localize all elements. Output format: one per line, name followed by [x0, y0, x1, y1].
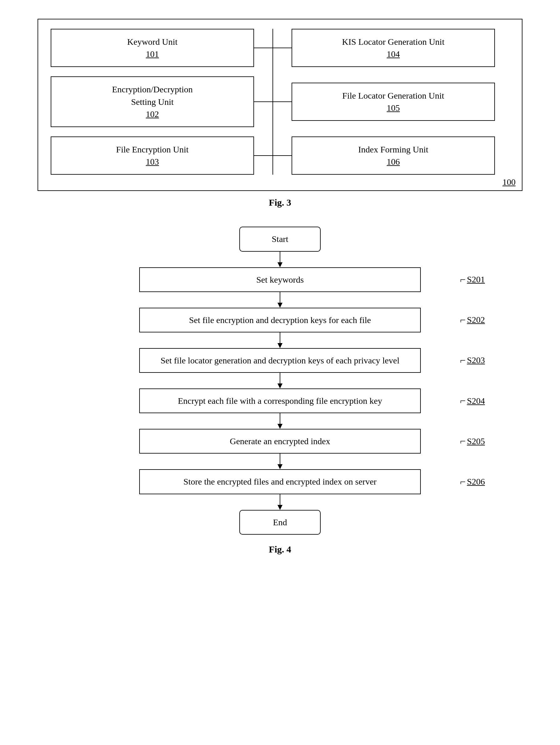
svg-marker-3	[278, 303, 282, 308]
flow-s202-box: Set file encryption and decryption keys …	[139, 308, 421, 332]
svg-marker-11	[278, 464, 282, 469]
flow-s201-label: ⌐S201	[460, 274, 485, 286]
flow-s202-label: ⌐S202	[460, 314, 485, 326]
fig3-outer-label: 100	[502, 177, 516, 187]
flow-s203-label: ⌐S203	[460, 355, 485, 366]
fig4-diagram: Start Set keywords ⌐S201 Set file encryp…	[38, 227, 522, 535]
svg-marker-9	[278, 424, 282, 429]
arrow-5	[275, 454, 285, 469]
svg-marker-13	[278, 505, 282, 510]
unit-102: Encryption/Decryption Setting Unit 102	[51, 76, 254, 127]
flow-s205-box: Generate an encrypted index	[139, 429, 421, 454]
svg-marker-5	[278, 343, 282, 348]
unit-101: Keyword Unit 101	[51, 29, 254, 67]
flow-end-box: End	[239, 510, 321, 535]
svg-marker-1	[278, 262, 282, 267]
unit-105: File Locator Generation Unit 105	[291, 83, 495, 121]
fig3-diagram: 100 Keyword Unit 101 KIS Locator Generat…	[38, 19, 522, 191]
arrow-1	[275, 292, 285, 308]
flow-s205-label: ⌐S205	[460, 435, 485, 447]
flow-s203-box: Set file locator generation and decrypti…	[139, 348, 421, 373]
arrow-0	[275, 252, 285, 267]
fig4-caption: Fig. 4	[25, 544, 535, 555]
fig3-caption: Fig. 3	[25, 197, 535, 208]
flow-s203-wrapper: Set file locator generation and decrypti…	[38, 348, 522, 373]
flow-s201-box: Set keywords	[139, 267, 421, 292]
svg-marker-7	[278, 384, 282, 388]
arrow-3	[275, 373, 285, 388]
arrow-6	[275, 494, 285, 510]
flow-s206-wrapper: Store the encrypted files and encrypted …	[38, 469, 522, 494]
flow-start-box: Start	[239, 227, 321, 251]
arrow-2	[275, 332, 285, 348]
unit-106: Index Forming Unit 106	[291, 136, 495, 175]
unit-104: KIS Locator Generation Unit 104	[291, 29, 495, 67]
flow-s201-wrapper: Set keywords ⌐S201	[38, 267, 522, 292]
unit-103: File Encryption Unit 103	[51, 136, 254, 175]
flow-s206-box: Store the encrypted files and encrypted …	[139, 469, 421, 494]
flow-end-wrapper: End	[38, 510, 522, 535]
flow-s206-label: ⌐S206	[460, 476, 485, 488]
flow-s204-wrapper: Encrypt each file with a corresponding f…	[38, 388, 522, 413]
flow-s204-box: Encrypt each file with a corresponding f…	[139, 388, 421, 413]
flow-start-wrapper: Start	[38, 227, 522, 251]
arrow-4	[275, 413, 285, 429]
flow-s204-label: ⌐S204	[460, 395, 485, 407]
flow-s205-wrapper: Generate an encrypted index ⌐S205	[38, 429, 522, 454]
flow-s202-wrapper: Set file encryption and decryption keys …	[38, 308, 522, 332]
